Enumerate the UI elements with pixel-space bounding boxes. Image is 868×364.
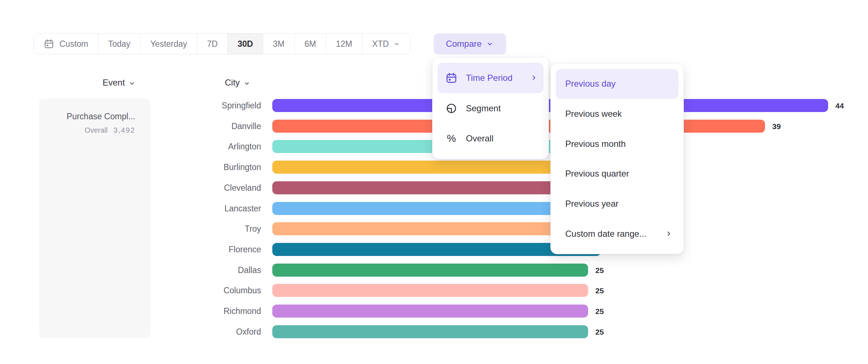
bar-label: Lancaster	[152, 202, 261, 215]
menu-item-label: Previous month	[565, 139, 626, 149]
bar-label: Troy	[152, 222, 261, 235]
bar-label: Arlington	[152, 140, 261, 153]
bar[interactable]	[272, 325, 588, 338]
bar-label: Richmond	[152, 305, 261, 318]
bar-value: 25	[595, 305, 604, 318]
bar[interactable]	[272, 264, 588, 277]
menu-item-previous-week[interactable]: Previous week	[556, 99, 678, 129]
bar-chart: Springfield44Danville39ArlingtonBurlingt…	[0, 0, 868, 364]
menu-item-label: Custom date range...	[565, 229, 646, 239]
menu-item-previous-day[interactable]: Previous day	[556, 69, 678, 99]
bar-label: Columbus	[152, 284, 261, 297]
time-period-submenu: Previous dayPrevious weekPrevious monthP…	[550, 63, 684, 254]
bar-row-oxford: Oxford25	[0, 325, 868, 338]
bar-label: Cleveland	[152, 181, 261, 194]
chevron-right-icon	[530, 74, 538, 82]
menu-item-label: Previous day	[565, 79, 616, 89]
bar-row-florence: Florence	[0, 243, 868, 256]
bar-value: 39	[772, 120, 781, 133]
menu-item-label: Overall	[466, 133, 493, 144]
calendar-icon	[445, 72, 458, 84]
menu-item-label: Previous quarter	[565, 169, 629, 179]
bar-row-lancaster: Lancaster	[0, 202, 868, 215]
menu-item-label: Segment	[466, 103, 501, 113]
menu-item-overall[interactable]: %Overall	[438, 123, 543, 154]
bar-label: Springfield	[152, 99, 261, 112]
bar-row-columbus: Columbus25	[0, 284, 868, 297]
menu-item-custom-date-range[interactable]: Custom date range...	[556, 219, 678, 249]
bar-label: Burlington	[152, 161, 261, 174]
bar-value: 25	[595, 264, 604, 277]
bar-label: Danville	[152, 120, 261, 133]
menu-item-previous-year[interactable]: Previous year	[556, 189, 678, 219]
menu-item-segment[interactable]: Segment	[438, 93, 543, 124]
menu-item-label: Previous year	[565, 199, 619, 209]
bar-label: Dallas	[152, 264, 261, 277]
menu-item-previous-quarter[interactable]: Previous quarter	[556, 159, 678, 189]
bar[interactable]	[272, 305, 588, 318]
bar-value: 25	[595, 325, 604, 338]
bar[interactable]	[272, 284, 588, 297]
segment-icon	[445, 103, 458, 114]
menu-item-time-period[interactable]: Time Period	[438, 63, 543, 93]
bar-value: 44	[835, 99, 844, 112]
bar-label: Florence	[152, 243, 261, 256]
bar-label: Oxford	[152, 325, 261, 338]
menu-item-label: Previous week	[565, 109, 622, 119]
menu-item-previous-month[interactable]: Previous month	[556, 129, 678, 159]
bar-row-dallas: Dallas25	[0, 264, 868, 277]
percent-icon: %	[445, 133, 458, 144]
chevron-right-icon	[665, 230, 673, 237]
compare-menu: Time PeriodSegment%Overall	[432, 57, 549, 159]
menu-item-label: Time Period	[466, 73, 512, 83]
bar-value: 25	[595, 284, 604, 297]
analytics-screen: CustomTodayYesterday7D30D3M6M12MXTD Comp…	[0, 0, 868, 364]
bar-row-cleveland: Cleveland	[0, 181, 868, 194]
bar-row-troy: Troy	[0, 222, 868, 235]
bar-row-burlington: Burlington	[0, 161, 868, 174]
bar-row-richmond: Richmond25	[0, 305, 868, 318]
